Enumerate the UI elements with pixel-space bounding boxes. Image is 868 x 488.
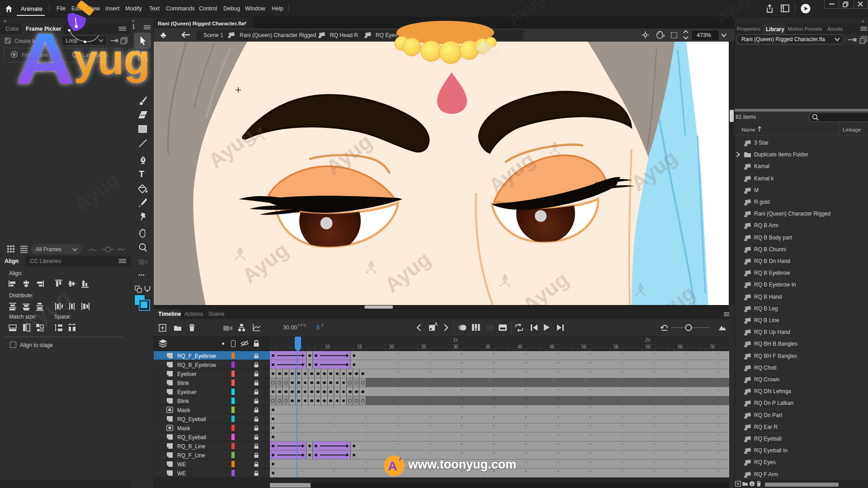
svg-text:A: A — [388, 459, 397, 473]
svg-text:A: A — [434, 322, 438, 327]
